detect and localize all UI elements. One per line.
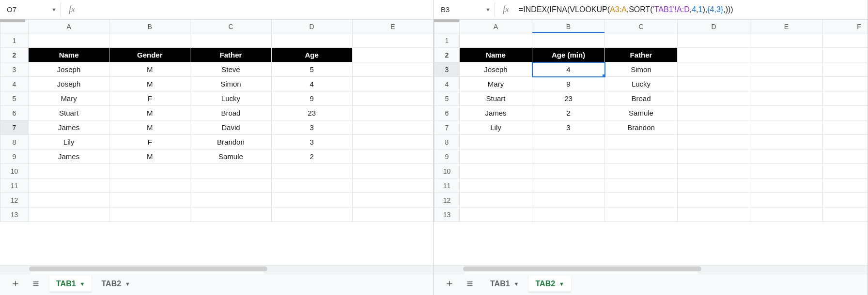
cell-D4[interactable]: 4 <box>271 77 352 91</box>
cell-D12[interactable] <box>271 193 352 207</box>
cell-E8[interactable] <box>352 135 433 149</box>
cell-B11[interactable] <box>532 178 605 193</box>
cell-A5[interactable]: Stuart <box>460 91 532 106</box>
fx-icon[interactable]: fx <box>498 4 514 15</box>
column-header-C[interactable]: C <box>605 20 678 33</box>
row-header-4[interactable]: 4 <box>0 77 29 91</box>
cell-E7[interactable] <box>750 120 823 135</box>
row-header-4[interactable]: 4 <box>434 77 460 91</box>
cell-B4[interactable]: M <box>109 77 190 91</box>
cell-D5[interactable]: 9 <box>271 91 352 106</box>
cell-B1[interactable] <box>109 33 190 48</box>
cell-B7[interactable]: 3 <box>532 120 605 135</box>
cell-D1[interactable] <box>678 33 750 48</box>
column-header-D[interactable]: D <box>271 20 352 33</box>
cell-C13[interactable] <box>190 207 271 222</box>
fx-icon[interactable]: fx <box>64 4 80 15</box>
cell-D5[interactable] <box>678 91 750 106</box>
cell-C10[interactable] <box>190 164 271 178</box>
cell-B13[interactable] <box>109 207 190 222</box>
sheet-tab-tab2[interactable]: TAB2▼ <box>528 276 571 292</box>
add-sheet-button[interactable]: + <box>443 278 456 290</box>
cell-C1[interactable] <box>190 33 271 48</box>
cell-C11[interactable] <box>190 178 271 193</box>
cell-F1[interactable] <box>823 33 868 48</box>
cell-A9[interactable] <box>460 149 532 164</box>
row-header-10[interactable]: 10 <box>434 164 460 178</box>
cell-A9[interactable]: James <box>28 149 109 164</box>
cell-E10[interactable] <box>750 164 823 178</box>
cell-E6[interactable] <box>352 106 433 120</box>
cell-D7[interactable]: 3 <box>271 120 352 135</box>
cell-A6[interactable]: James <box>460 106 532 120</box>
cell-E4[interactable] <box>352 77 433 91</box>
cell-B8[interactable] <box>532 135 605 149</box>
row-header-9[interactable]: 9 <box>0 149 29 164</box>
cell-C8[interactable] <box>605 135 678 149</box>
all-sheets-button[interactable]: ≡ <box>463 278 477 290</box>
cell-F5[interactable] <box>823 91 868 106</box>
cell-E3[interactable] <box>750 62 823 77</box>
row-header-3[interactable]: 3 <box>434 62 460 77</box>
cell-F7[interactable] <box>823 120 868 135</box>
cell-E2[interactable] <box>750 48 823 62</box>
name-box[interactable]: B3 ▼ <box>437 3 495 16</box>
column-header-C[interactable]: C <box>190 20 271 33</box>
cell-D1[interactable] <box>271 33 352 48</box>
row-header-6[interactable]: 6 <box>434 106 460 120</box>
cell-C5[interactable]: Lucky <box>190 91 271 106</box>
cell-A10[interactable] <box>460 164 532 178</box>
row-header-9[interactable]: 9 <box>434 149 460 164</box>
chevron-down-icon[interactable]: ▼ <box>514 281 519 287</box>
column-header-E[interactable]: E <box>750 20 823 33</box>
cell-B11[interactable] <box>109 178 190 193</box>
cell-A4[interactable]: Joseph <box>28 77 109 91</box>
cell-B5[interactable]: F <box>109 91 190 106</box>
cell-E1[interactable] <box>750 33 823 48</box>
cell-E7[interactable] <box>352 120 433 135</box>
cell-D11[interactable] <box>678 178 750 193</box>
cell-D6[interactable] <box>678 106 750 120</box>
chevron-down-icon[interactable]: ▼ <box>559 281 564 287</box>
grid[interactable]: ABCDEF12NameAge (min)Father3Joseph4Simon… <box>434 19 868 265</box>
column-header-B[interactable]: B <box>532 20 605 33</box>
cell-B3[interactable]: 4 <box>532 62 605 77</box>
cell-D13[interactable] <box>271 207 352 222</box>
cell-B2[interactable]: Age (min) <box>532 48 605 62</box>
cell-C4[interactable]: Simon <box>190 77 271 91</box>
cell-E3[interactable] <box>352 62 433 77</box>
row-header-12[interactable]: 12 <box>0 193 29 207</box>
cell-A1[interactable] <box>28 33 109 48</box>
cell-D2[interactable] <box>678 48 750 62</box>
cell-F6[interactable] <box>823 106 868 120</box>
cell-D12[interactable] <box>678 193 750 207</box>
formula-input[interactable]: =INDEX(IFNA(VLOOKUP(A3:A,SORT('TAB1'!A:D… <box>517 3 865 16</box>
grid[interactable]: ABCDE12NameGenderFatherAge3JosephMSteve5… <box>0 19 434 265</box>
cell-A8[interactable] <box>460 135 532 149</box>
name-box[interactable]: O7 ▼ <box>3 3 61 16</box>
column-header-A[interactable]: A <box>460 20 532 33</box>
row-header-8[interactable]: 8 <box>434 135 460 149</box>
chevron-down-icon[interactable]: ▼ <box>51 7 57 13</box>
select-all-corner[interactable] <box>434 19 459 22</box>
cell-A8[interactable]: Lily <box>28 135 109 149</box>
cell-D13[interactable] <box>678 207 750 222</box>
cell-E9[interactable] <box>750 149 823 164</box>
cell-C8[interactable]: Brandon <box>190 135 271 149</box>
cell-A4[interactable]: Mary <box>460 77 532 91</box>
sheet-tab-tab1[interactable]: TAB1▼ <box>483 276 526 292</box>
cell-C2[interactable]: Father <box>605 48 678 62</box>
cell-E1[interactable] <box>352 33 433 48</box>
cell-E13[interactable] <box>750 207 823 222</box>
cell-B12[interactable] <box>532 193 605 207</box>
cell-A12[interactable] <box>28 193 109 207</box>
cell-A3[interactable]: Joseph <box>28 62 109 77</box>
row-header-7[interactable]: 7 <box>434 120 460 135</box>
cell-E2[interactable] <box>352 48 433 62</box>
cell-C9[interactable]: Samule <box>190 149 271 164</box>
cell-D10[interactable] <box>678 164 750 178</box>
row-header-2[interactable]: 2 <box>434 48 460 62</box>
cell-D2[interactable]: Age <box>271 48 352 62</box>
chevron-down-icon[interactable]: ▼ <box>125 281 130 287</box>
cell-B9[interactable]: M <box>109 149 190 164</box>
